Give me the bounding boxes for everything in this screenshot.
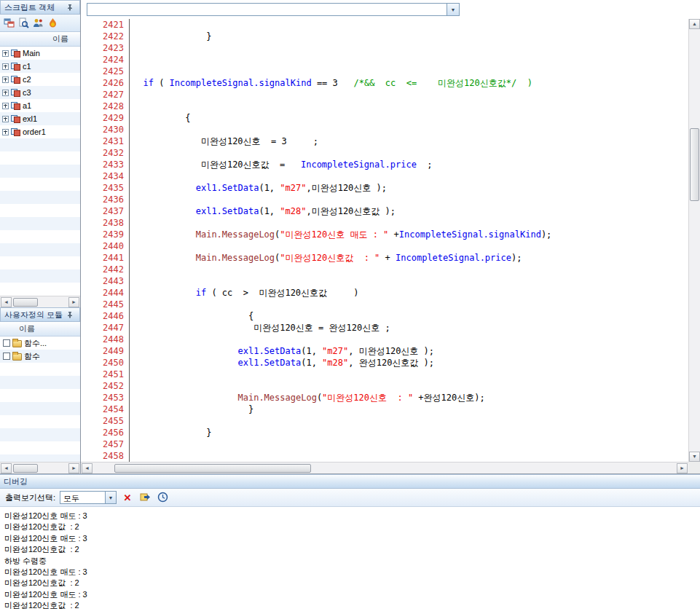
debug-output-line: 미완성120신호값 : 2	[4, 578, 696, 589]
code-token: exl1.SetData	[196, 206, 259, 216]
name-column-label: 이름	[19, 323, 35, 334]
checkbox[interactable]	[3, 339, 10, 347]
sidebar: 스크립트 객체 이름 Mainc1c2c3a1exl1order1 ◄	[0, 0, 81, 473]
code-line	[133, 89, 688, 101]
scroll-left-icon[interactable]: ◄	[82, 463, 93, 473]
script-objects-title: 스크립트 객체	[4, 2, 55, 13]
users-icon[interactable]	[32, 17, 44, 29]
output-filter-combo[interactable]: 모두 ▼	[60, 491, 117, 504]
combo-dropdown-button[interactable]: ▼	[105, 492, 116, 503]
search-icon[interactable]	[17, 17, 30, 29]
line-number: 2434	[81, 170, 124, 182]
expand-icon[interactable]	[2, 76, 9, 83]
code-token: 미완성120신호 = 완성120신호 ;	[133, 323, 390, 333]
tree-item[interactable]: exl1	[0, 112, 80, 125]
code-token: (1,	[259, 206, 280, 216]
line-number: 2449	[81, 345, 124, 357]
code-line: }	[133, 404, 688, 415]
app-window: { "script_objects_panel": { "title": "스크…	[0, 0, 700, 614]
modules-hscrollbar[interactable]: ◄ ►	[0, 462, 80, 473]
code-line	[133, 450, 688, 462]
expand-icon[interactable]	[2, 63, 9, 70]
script-objects-list: Mainc1c2c3a1exl1order1	[0, 47, 80, 296]
scroll-down-icon[interactable]: ▼	[689, 452, 700, 462]
debug-output-line: 미완성120신호 매도 : 3	[4, 589, 696, 600]
code-token: Main.MessageLog	[196, 253, 275, 263]
debug-output-line: 미완성120신호 매도 : 3	[4, 567, 696, 578]
code-line: 미완성120신호 = 완성120신호 ;	[133, 322, 688, 334]
code-token: (1,	[301, 346, 322, 356]
scroll-left-icon[interactable]: ◄	[1, 463, 12, 473]
output-filter-value: 모두	[60, 492, 105, 503]
expand-icon[interactable]	[2, 50, 9, 57]
tree-item[interactable]: order1	[0, 125, 80, 138]
modules-column-header[interactable]: 이름	[0, 322, 80, 336]
tree-item[interactable]: c3	[0, 86, 80, 99]
timestamp-button[interactable]	[156, 491, 169, 504]
module-item[interactable]: 함수...	[0, 336, 80, 350]
modules-list: 함수...함수	[0, 336, 80, 462]
vertical-scrollbar[interactable]: ▲ ▼	[688, 19, 700, 462]
expand-icon[interactable]	[2, 116, 9, 122]
pin-icon[interactable]	[63, 309, 76, 321]
combo-value	[87, 4, 447, 15]
module-item[interactable]: 함수	[0, 350, 80, 363]
pin-icon[interactable]	[63, 1, 76, 14]
expand-icon[interactable]	[2, 129, 9, 135]
debug-toolbar: 출력보기선택: 모두 ▼ ✕	[0, 489, 700, 507]
tree-item[interactable]: Main	[0, 47, 80, 60]
code-line: exl1.SetData(1, "m27", 미완성120신호 );	[133, 345, 688, 357]
line-number: 2422	[81, 31, 124, 42]
debug-output[interactable]: 미완성120신호 매도 : 3미완성120신호값 : 2미완성120신호 매도 …	[0, 507, 700, 614]
code-token	[133, 288, 196, 298]
clear-output-button[interactable]: ✕	[121, 491, 134, 504]
code-token	[133, 183, 196, 193]
code-token	[133, 346, 238, 356]
tree-item[interactable]: a1	[0, 99, 80, 112]
scroll-up-icon[interactable]: ▲	[689, 19, 700, 29]
code-line: 미완성120신호 = 3 ;	[133, 135, 688, 147]
tree-item[interactable]: c1	[0, 60, 80, 73]
code-line	[133, 275, 688, 287]
windows-icon[interactable]	[3, 17, 15, 29]
script-objects-hscrollbar[interactable]: ◄ ►	[0, 296, 80, 307]
line-number: 2437	[81, 205, 124, 217]
editor-body[interactable]: 2421242224232424242524262427242824292430…	[81, 19, 688, 462]
code-token: ,미완성120신호 );	[306, 183, 387, 193]
script-selector-combo[interactable]: ▼	[87, 3, 460, 16]
code-line	[133, 264, 688, 275]
scroll-right-icon[interactable]: ►	[68, 297, 79, 307]
code-token: ,미완성120신호값 );	[306, 206, 396, 216]
flame-icon[interactable]	[47, 17, 59, 29]
code-token: if	[196, 288, 206, 298]
scrollbar-thumb[interactable]	[114, 464, 311, 473]
tree-item-label: c1	[23, 62, 31, 71]
module-item-label: 함수...	[24, 338, 47, 349]
debug-title: 디버깅	[4, 476, 28, 487]
line-number: 2458	[81, 450, 124, 462]
code-token: }	[133, 31, 211, 42]
combo-dropdown-button[interactable]: ▼	[447, 4, 459, 15]
code-token	[133, 229, 196, 240]
line-number: 2436	[81, 194, 124, 205]
export-button[interactable]	[138, 491, 152, 504]
scrollbar-thumb[interactable]	[690, 128, 699, 201]
code-token: ( cc > 미완성120신호값 )	[206, 288, 358, 298]
code-token: if	[143, 78, 153, 88]
scrollbar-thumb[interactable]	[13, 464, 38, 473]
code-line	[133, 369, 688, 380]
checkbox[interactable]	[3, 353, 10, 360]
editor-hscrollbar[interactable]: ◄ ►	[81, 462, 688, 473]
scroll-left-icon[interactable]: ◄	[1, 297, 12, 307]
code-area[interactable]: } if ( IncompleteSignal.signalKind == 3 …	[130, 19, 688, 462]
scroll-right-icon[interactable]: ►	[68, 463, 79, 473]
scrollbar-thumb[interactable]	[13, 298, 38, 307]
clock-icon	[157, 492, 168, 504]
code-token: IncompleteSignal.price	[396, 253, 511, 263]
code-token: }	[133, 404, 253, 414]
scroll-right-icon[interactable]: ►	[677, 463, 688, 473]
expand-icon[interactable]	[2, 103, 9, 109]
tree-item[interactable]: c2	[0, 73, 80, 86]
expand-icon[interactable]	[2, 90, 9, 96]
script-objects-column-header[interactable]: 이름	[0, 32, 80, 47]
